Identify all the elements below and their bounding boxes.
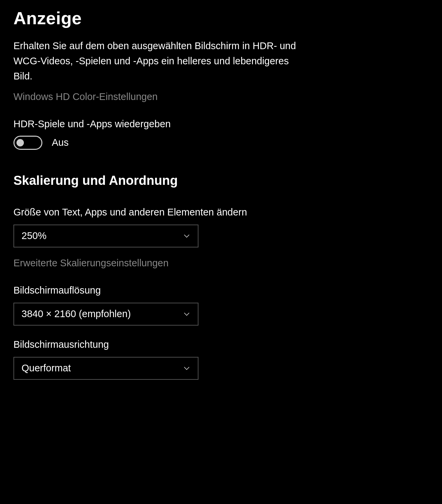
hdr-toggle[interactable] (13, 136, 42, 150)
text-size-dropdown[interactable]: 250% (13, 225, 198, 247)
toggle-knob-icon (16, 139, 24, 146)
chevron-down-icon (183, 232, 190, 240)
orientation-value: Querformat (22, 363, 71, 374)
resolution-value: 3840 × 2160 (empfohlen) (22, 308, 131, 320)
scaling-section-title: Skalierung und Anordnung (13, 173, 429, 188)
hdr-description: Erhalten Sie auf dem oben ausgewählten B… (13, 38, 309, 84)
hd-color-settings-link[interactable]: Windows HD Color-Einstellungen (13, 91, 429, 102)
hdr-toggle-label: HDR-Spiele und -Apps wiedergeben (13, 119, 429, 130)
text-size-value: 250% (22, 230, 46, 241)
page-title: Anzeige (13, 8, 429, 28)
resolution-dropdown[interactable]: 3840 × 2160 (empfohlen) (13, 303, 198, 326)
chevron-down-icon (183, 365, 190, 372)
text-size-label: Größe von Text, Apps und anderen Element… (13, 207, 429, 218)
orientation-label: Bildschirmausrichtung (13, 339, 429, 350)
resolution-label: Bildschirmauflösung (13, 285, 429, 296)
chevron-down-icon (183, 310, 190, 318)
orientation-dropdown[interactable]: Querformat (13, 357, 198, 380)
hdr-toggle-state: Aus (52, 137, 69, 148)
advanced-scaling-link[interactable]: Erweiterte Skalierungseinstellungen (13, 258, 429, 269)
